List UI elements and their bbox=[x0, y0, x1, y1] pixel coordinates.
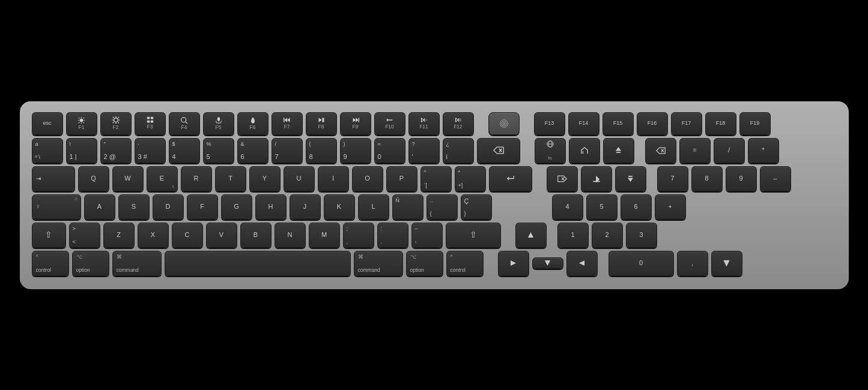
key-f10[interactable]: F10 bbox=[374, 112, 405, 135]
key-f14[interactable]: F14 bbox=[568, 112, 599, 135]
key-control-right[interactable]: ^ control bbox=[446, 251, 484, 276]
key-o[interactable]: O bbox=[352, 166, 383, 191]
key-arrow-right[interactable] bbox=[566, 251, 598, 276]
key-q[interactable]: Q bbox=[78, 166, 109, 191]
key-8[interactable]: ( 8 bbox=[306, 138, 337, 163]
key-0[interactable]: = 0 bbox=[374, 138, 405, 163]
key-num-minus[interactable]: – bbox=[760, 166, 791, 191]
key-angle[interactable]: > < bbox=[69, 223, 100, 248]
key-f18[interactable]: F18 bbox=[705, 112, 736, 135]
key-num-0[interactable]: 0 bbox=[609, 251, 674, 276]
key-5[interactable]: % 5 bbox=[203, 138, 234, 163]
key-w[interactable]: W bbox=[112, 166, 144, 191]
key-p[interactable]: P bbox=[386, 166, 417, 191]
key-r[interactable]: R bbox=[181, 166, 212, 191]
key-touch-id[interactable] bbox=[488, 112, 520, 135]
key-return[interactable] bbox=[489, 166, 532, 191]
key-bracket-close[interactable]: * +] bbox=[455, 166, 486, 191]
key-num-8[interactable]: 8 bbox=[691, 166, 723, 191]
key-f3[interactable]: F3 bbox=[135, 112, 166, 135]
key-period[interactable]: : . bbox=[377, 223, 408, 248]
key-i[interactable]: I bbox=[318, 166, 349, 191]
key-d[interactable]: D bbox=[153, 194, 184, 220]
key-caps[interactable]: ⇪ bbox=[32, 194, 81, 220]
key-l[interactable]: L bbox=[358, 194, 389, 220]
key-f6[interactable]: F6 bbox=[237, 112, 269, 135]
key-num-7[interactable]: 7 bbox=[657, 166, 688, 191]
key-apostrophe[interactable]: .. { bbox=[426, 194, 458, 220]
key-m[interactable]: M bbox=[309, 223, 340, 248]
key-end[interactable] bbox=[581, 166, 612, 191]
key-num-equals[interactable]: = bbox=[679, 138, 711, 163]
key-a[interactable]: A bbox=[84, 194, 115, 220]
key-f2[interactable]: F2 bbox=[100, 112, 132, 135]
key-arrow-left[interactable] bbox=[498, 251, 529, 276]
key-num-3[interactable]: 3 bbox=[626, 223, 657, 248]
key-x[interactable]: X bbox=[138, 223, 169, 248]
key-tab[interactable]: ⇥ bbox=[32, 166, 75, 191]
key-comma[interactable]: ; , bbox=[343, 223, 374, 248]
key-c[interactable]: C bbox=[172, 223, 203, 248]
key-num-multiply[interactable]: * bbox=[748, 138, 779, 163]
key-num-plus[interactable]: + bbox=[655, 194, 686, 220]
key-slash[interactable]: – - bbox=[411, 223, 443, 248]
key-f9[interactable]: F9 bbox=[340, 112, 371, 135]
key-f8[interactable]: F8 bbox=[306, 112, 337, 135]
key-command-left[interactable]: ⌘ command bbox=[112, 251, 162, 276]
key-f13[interactable]: F13 bbox=[534, 112, 565, 135]
key-option-left[interactable]: ⌥ option bbox=[72, 251, 109, 276]
key-f19[interactable]: F19 bbox=[739, 112, 771, 135]
key-backspace[interactable] bbox=[477, 138, 520, 163]
key-t[interactable]: T bbox=[215, 166, 246, 191]
key-num-2[interactable]: 2 bbox=[592, 223, 623, 248]
key-home[interactable] bbox=[569, 138, 600, 163]
key-f[interactable]: F bbox=[187, 194, 218, 220]
key-z[interactable]: Z bbox=[103, 223, 135, 248]
key-f7[interactable]: F7 bbox=[272, 112, 303, 135]
key-f5[interactable]: F5 bbox=[203, 112, 234, 135]
key-f12[interactable]: F12 bbox=[443, 112, 474, 135]
key-9[interactable]: ) 9 bbox=[340, 138, 371, 163]
key-backtick[interactable]: a º \ bbox=[32, 138, 63, 163]
key-2[interactable]: " 2 @ bbox=[100, 138, 132, 163]
key-page-down[interactable] bbox=[615, 166, 646, 191]
key-7[interactable]: / 7 bbox=[272, 138, 303, 163]
key-control-left[interactable]: ^ control bbox=[32, 251, 69, 276]
key-f15[interactable]: F15 bbox=[602, 112, 634, 135]
key-f4[interactable]: F4 bbox=[169, 112, 200, 135]
key-b[interactable]: B bbox=[240, 223, 272, 248]
key-num-slash[interactable]: / bbox=[714, 138, 745, 163]
key-num-5[interactable]: 5 bbox=[586, 194, 618, 220]
key-esc[interactable]: esc bbox=[32, 112, 63, 135]
key-globe[interactable]: fn bbox=[535, 138, 566, 163]
key-4[interactable]: $ 4 bbox=[169, 138, 200, 163]
key-6[interactable]: & 6 bbox=[237, 138, 269, 163]
key-num-enter[interactable] bbox=[711, 251, 742, 276]
key-f17[interactable]: F17 bbox=[671, 112, 702, 135]
key-bracket-open[interactable]: ^ `[ bbox=[420, 166, 452, 191]
key-option-right[interactable]: ⌥ option bbox=[406, 251, 443, 276]
key-num-4[interactable]: 4 bbox=[552, 194, 583, 220]
key-cedilla[interactable]: Ç } bbox=[461, 194, 492, 220]
key-e[interactable]: E € bbox=[147, 166, 178, 191]
key-u[interactable]: U bbox=[284, 166, 315, 191]
key-num-1[interactable]: 1 bbox=[557, 223, 589, 248]
key-s[interactable]: S bbox=[118, 194, 150, 220]
key-v[interactable]: V bbox=[206, 223, 237, 248]
key-f11[interactable]: F11 bbox=[408, 112, 440, 135]
key-n[interactable]: N bbox=[275, 223, 306, 248]
key-num-clear[interactable] bbox=[645, 138, 676, 163]
key-shift-left[interactable]: ⇧ bbox=[32, 223, 66, 248]
key-f1[interactable]: F1 bbox=[66, 112, 97, 135]
key-space[interactable] bbox=[165, 251, 351, 276]
key-semicolon[interactable]: Ñ bbox=[392, 194, 423, 220]
key-minus[interactable]: ? ' bbox=[408, 138, 440, 163]
key-num-decimal[interactable]: , bbox=[677, 251, 708, 276]
key-k[interactable]: K bbox=[324, 194, 355, 220]
key-delete-fwd[interactable] bbox=[547, 166, 578, 191]
key-num-6[interactable]: 6 bbox=[621, 194, 652, 220]
key-h[interactable]: H bbox=[255, 194, 287, 220]
key-equals[interactable]: ¿ i bbox=[443, 138, 474, 163]
key-j[interactable]: J bbox=[290, 194, 321, 220]
key-y[interactable]: Y bbox=[249, 166, 281, 191]
